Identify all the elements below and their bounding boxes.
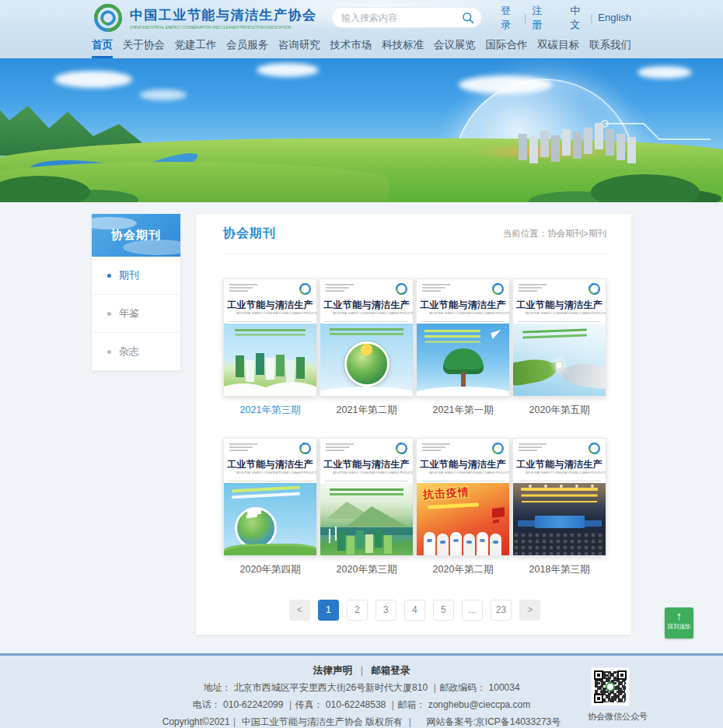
journal-cover-6[interactable]: 工业节能与清洁生产 INDUSTRIAL ENERGY CONSERVATION… bbox=[416, 438, 510, 556]
lang-en-link[interactable]: English bbox=[598, 12, 631, 23]
pagination-prev[interactable]: < bbox=[289, 600, 310, 621]
cover-subtitle: INDUSTRIAL ENERGY CONSERVATION AND CLEAN… bbox=[526, 312, 593, 314]
login-link[interactable]: 登录 bbox=[501, 4, 519, 32]
pagination-page-4[interactable]: 4 bbox=[404, 600, 425, 621]
cover-subtitle: INDUSTRIAL ENERGY CONSERVATION AND CLEAN… bbox=[236, 312, 304, 314]
back-to-top-button[interactable]: ↑ 回到顶部 bbox=[665, 607, 693, 639]
nav-item-10[interactable]: 联系我们 bbox=[589, 37, 631, 58]
main-content: 协会期刊 期刊年鉴杂志 协会期刊 当前位置：协会期刊>期刊 工业节能与清洁生产 … bbox=[0, 202, 723, 653]
city-glow-graphic bbox=[474, 146, 614, 157]
hero-banner bbox=[0, 58, 723, 202]
cloud-shape bbox=[140, 89, 187, 100]
journal-cover-1[interactable]: 工业节能与清洁生产 INDUSTRIAL ENERGY CONSERVATION… bbox=[320, 278, 414, 397]
nav-item-3[interactable]: 会员服务 bbox=[226, 37, 268, 58]
journal-cover-5[interactable]: 工业节能与清洁生产 INDUSTRIAL ENERGY CONSERVATION… bbox=[320, 438, 414, 556]
register-link[interactable]: 注册 bbox=[532, 4, 550, 32]
search-bar[interactable] bbox=[331, 7, 482, 28]
sidebar-item-label: 期刊 bbox=[119, 268, 139, 282]
journal-cover-7[interactable]: 工业节能与清洁生产 INDUSTRIAL ENERGY CONSERVATION… bbox=[512, 438, 606, 556]
association-logo-icon bbox=[491, 282, 505, 296]
nav-item-5[interactable]: 技术市场 bbox=[330, 37, 372, 58]
association-logo-icon bbox=[588, 282, 601, 296]
breadcrumb: 当前位置：协会期刊>期刊 bbox=[503, 228, 606, 240]
cover-header: 工业节能与清洁生产 INDUSTRIAL ENERGY CONSERVATION… bbox=[513, 279, 606, 324]
journal-cover-2[interactable]: 工业节能与清洁生产 INDUSTRIAL ENERGY CONSERVATION… bbox=[416, 278, 510, 397]
journal-caption-5[interactable]: 2020年第三期 bbox=[320, 563, 414, 576]
cover-meta-lines bbox=[519, 284, 547, 293]
journal-caption-1[interactable]: 2021年第二期 bbox=[320, 404, 414, 417]
cover-meta-lines bbox=[519, 443, 547, 453]
footer-link-legal[interactable]: 法律声明 bbox=[313, 665, 352, 676]
sidebar-item-0[interactable]: 期刊 bbox=[92, 257, 180, 295]
cover-art bbox=[320, 324, 413, 396]
journal-caption-7[interactable]: 2018年第三期 bbox=[512, 563, 606, 576]
pagination-page-23[interactable]: 23 bbox=[491, 600, 512, 621]
pagination-next[interactable]: > bbox=[519, 600, 540, 621]
nav-item-6[interactable]: 科技标准 bbox=[382, 37, 424, 58]
journal-cover-3[interactable]: 工业节能与清洁生产 INDUSTRIAL ENERGY CONSERVATION… bbox=[512, 278, 606, 397]
separator: | bbox=[590, 12, 592, 23]
site-title: 中国工业节能与清洁生产协会 bbox=[130, 6, 331, 24]
journal-cover-0[interactable]: 工业节能与清洁生产 INDUSTRIAL ENERGY CONSERVATION… bbox=[223, 278, 317, 397]
journal-caption-2[interactable]: 2021年第一期 bbox=[416, 404, 510, 417]
association-logo-icon bbox=[588, 442, 601, 455]
sidebar-item-1[interactable]: 年鉴 bbox=[92, 295, 180, 333]
sidebar-menu: 期刊年鉴杂志 bbox=[92, 257, 180, 371]
journal-caption-4[interactable]: 2020年第四期 bbox=[223, 563, 317, 576]
cover-subtitle: INDUSTRIAL ENERGY CONSERVATION AND CLEAN… bbox=[526, 471, 593, 474]
site-logo[interactable]: 中国工业节能与清洁生产协会 CHINA INDUSTRIAL ENERGY CO… bbox=[92, 2, 331, 34]
journal-cover-4[interactable]: 工业节能与清洁生产 INDUSTRIAL ENERGY CONSERVATION… bbox=[223, 438, 317, 556]
association-logo-icon bbox=[299, 282, 312, 296]
nav-item-1[interactable]: 关于协会 bbox=[123, 37, 165, 58]
pagination-page-5[interactable]: 5 bbox=[433, 600, 454, 621]
cover-art bbox=[320, 483, 413, 555]
cover-art: 抗击疫情 bbox=[417, 483, 509, 555]
cover-art bbox=[224, 483, 316, 555]
nav-item-7[interactable]: 会议展览 bbox=[434, 37, 476, 58]
cover-header: 工业节能与清洁生产 INDUSTRIAL ENERGY CONSERVATION… bbox=[224, 279, 316, 324]
search-icon[interactable] bbox=[462, 12, 474, 24]
nav-item-9[interactable]: 双碳目标 bbox=[537, 37, 579, 58]
cover-header: 工业节能与清洁生产 INDUSTRIAL ENERGY CONSERVATION… bbox=[513, 439, 606, 483]
cover-title: 工业节能与清洁生产 bbox=[513, 458, 606, 471]
journal-caption-6[interactable]: 2020年第二期 bbox=[416, 563, 510, 576]
nav-item-0[interactable]: 首页 bbox=[92, 37, 113, 58]
site-footer: 法律声明｜邮箱登录 地址： 北京市西城区平安里西大街26号新时代大厦810 ｜邮… bbox=[0, 653, 723, 728]
content-panel: 协会期刊 当前位置：协会期刊>期刊 工业节能与清洁生产 INDUSTRIAL E… bbox=[196, 214, 631, 635]
cover-title: 工业节能与清洁生产 bbox=[320, 458, 413, 471]
association-logo-icon bbox=[395, 442, 408, 455]
cover-subtitle: INDUSTRIAL ENERGY CONSERVATION AND CLEAN… bbox=[333, 471, 400, 474]
lang-zh-link[interactable]: 中文 bbox=[570, 4, 585, 32]
footer-link-mail-login[interactable]: 邮箱登录 bbox=[371, 665, 410, 676]
association-logo-icon bbox=[491, 442, 505, 455]
qr-center-logo-icon bbox=[606, 682, 615, 691]
page-title: 协会期刊 bbox=[223, 226, 276, 242]
cover-subtitle: INDUSTRIAL ENERGY CONSERVATION AND CLEAN… bbox=[429, 471, 497, 474]
journal-caption-0[interactable]: 2021年第三期 bbox=[223, 404, 317, 417]
cover-header: 工业节能与清洁生产 INDUSTRIAL ENERGY CONSERVATION… bbox=[417, 279, 509, 324]
cover-title: 工业节能与清洁生产 bbox=[224, 458, 316, 471]
sidebar-item-label: 杂志 bbox=[119, 345, 139, 359]
pagination-page-3[interactable]: 3 bbox=[375, 600, 396, 621]
cover-title: 工业节能与清洁生产 bbox=[224, 299, 316, 312]
journal-card-0: 工业节能与清洁生产 INDUSTRIAL ENERGY CONSERVATION… bbox=[223, 278, 317, 417]
pagination-page-2[interactable]: 2 bbox=[347, 600, 368, 621]
cover-meta-lines bbox=[326, 443, 354, 453]
journal-card-6: 工业节能与清洁生产 INDUSTRIAL ENERGY CONSERVATION… bbox=[416, 438, 510, 576]
cover-header: 工业节能与清洁生产 INDUSTRIAL ENERGY CONSERVATION… bbox=[224, 439, 316, 483]
cover-meta-lines bbox=[422, 284, 450, 293]
cover-subtitle: INDUSTRIAL ENERGY CONSERVATION AND CLEAN… bbox=[236, 471, 304, 474]
journal-caption-3[interactable]: 2020年第五期 bbox=[512, 404, 606, 417]
nav-item-4[interactable]: 咨询研究 bbox=[278, 37, 320, 58]
pagination-page-...[interactable]: ... bbox=[462, 600, 483, 621]
journal-card-4: 工业节能与清洁生产 INDUSTRIAL ENERGY CONSERVATION… bbox=[223, 438, 317, 576]
search-input[interactable] bbox=[341, 12, 462, 23]
nav-item-2[interactable]: 党建工作 bbox=[174, 37, 216, 58]
back-to-top-label: 回到顶部 bbox=[666, 623, 692, 631]
cover-meta-lines bbox=[229, 443, 257, 453]
cover-meta-lines bbox=[326, 284, 354, 293]
nav-item-8[interactable]: 国际合作 bbox=[486, 37, 528, 58]
separator: ｜ bbox=[357, 665, 366, 676]
pagination-page-1[interactable]: 1 bbox=[318, 600, 339, 621]
sidebar-item-2[interactable]: 杂志 bbox=[92, 333, 180, 371]
